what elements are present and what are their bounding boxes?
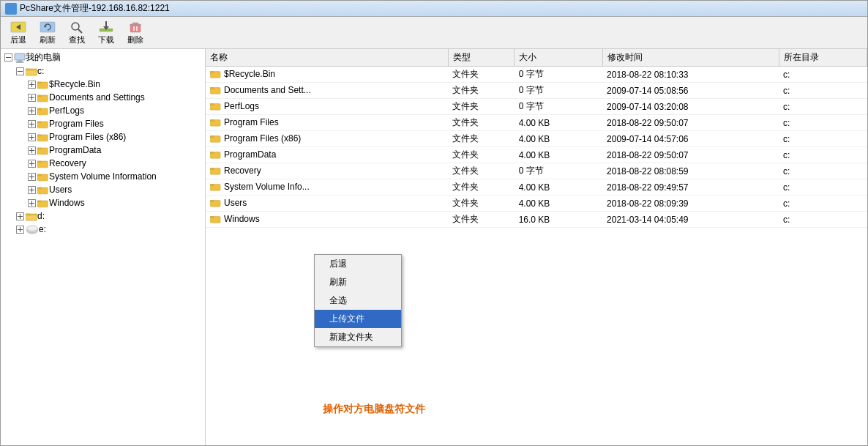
- file-name-cell: System Volume Info...: [206, 179, 448, 196]
- expand-icon-perflogs[interactable]: [26, 105, 37, 116]
- refresh-label: 刷新: [40, 34, 56, 45]
- title-bar: PcShare文件管理-192.168.16.82:1221: [1, 1, 867, 17]
- expand-icon-recovery[interactable]: [26, 157, 37, 169]
- tree-item-my-computer[interactable]: 我的电脑: [1, 51, 205, 64]
- expand-icon-users[interactable]: [26, 184, 37, 196]
- file-modified-cell: 2018-08-22 09:50:07: [602, 147, 779, 163]
- tree-item-c-drive[interactable]: c:: [1, 64, 205, 78]
- file-size-cell: 0 字节: [515, 67, 602, 83]
- tree-label-recovery: Recovery: [49, 158, 86, 168]
- search-button[interactable]: 查找: [64, 18, 90, 48]
- tree-item-windows[interactable]: Windows: [1, 196, 205, 209]
- tree-item-recycle[interactable]: $Recycle.Bin: [1, 78, 205, 91]
- tree-item-progfiles-x86[interactable]: Program Files (x86): [1, 130, 205, 144]
- file-dir-cell: c:: [779, 67, 867, 83]
- svg-rect-2: [40, 22, 55, 32]
- context-menu-item-select-all[interactable]: 全选: [315, 291, 401, 310]
- window-title: PcShare文件管理-192.168.16.82:1221: [20, 2, 170, 15]
- table-row[interactable]: Recovery 文件夹0 字节2018-08-22 08:08:59c:: [206, 163, 867, 179]
- tree-label-progfiles: Program Files: [49, 119, 104, 129]
- svg-point-4: [72, 23, 79, 30]
- table-row[interactable]: Program Files 文件夹4.00 KB2018-08-22 09:50…: [206, 115, 867, 131]
- file-size-cell: 16.0 KB: [515, 212, 602, 228]
- expand-icon-recycle[interactable]: [26, 78, 37, 90]
- col-header-dir[interactable]: 所在目录: [779, 49, 867, 67]
- file-modified-cell: 2009-07-14 04:57:06: [602, 131, 779, 147]
- tree-item-recovery[interactable]: Recovery: [1, 157, 205, 170]
- table-row[interactable]: $Recycle.Bin 文件夹0 字节2018-08-22 08:10:33c…: [206, 67, 867, 83]
- file-dir-cell: c:: [779, 212, 867, 228]
- col-header-type[interactable]: 类型: [448, 49, 514, 67]
- file-type-cell: 文件夹: [448, 179, 514, 196]
- svg-line-5: [78, 29, 82, 33]
- file-name-cell: $Recycle.Bin: [206, 67, 448, 83]
- tree-label-docs: Documents and Settings: [49, 92, 145, 103]
- context-menu-item-new-folder[interactable]: 新建文件夹: [315, 328, 401, 346]
- folder-icon-row: [210, 102, 222, 111]
- folder-icon-row: [210, 134, 222, 143]
- tree-panel: 我的电脑 c:: [1, 49, 206, 445]
- table-row[interactable]: Users 文件夹4.00 KB2018-08-22 08:09:39c:: [206, 196, 867, 212]
- expand-icon-progfiles[interactable]: [26, 118, 37, 130]
- table-row[interactable]: Documents and Sett... 文件夹0 字节2009-07-14 …: [206, 83, 867, 99]
- expand-icon-e[interactable]: [14, 223, 26, 235]
- folder-icon-windows: [37, 198, 49, 208]
- tree-item-progfiles[interactable]: Program Files: [1, 117, 205, 130]
- tree-item-d-drive[interactable]: d:: [1, 209, 205, 223]
- tree-item-system-volume[interactable]: System Volume Information: [1, 170, 205, 183]
- search-label: 查找: [69, 34, 85, 45]
- expand-icon-system-volume[interactable]: [26, 171, 37, 182]
- file-size-cell: 4.00 KB: [515, 179, 602, 196]
- file-dir-cell: c:: [779, 163, 867, 179]
- tree-item-docs-settings[interactable]: Documents and Settings: [1, 91, 205, 104]
- context-menu-item-upload[interactable]: 上传文件: [315, 310, 401, 328]
- tree-item-e-drive[interactable]: e:: [1, 223, 205, 236]
- file-size-cell: 0 字节: [515, 163, 602, 179]
- table-row[interactable]: System Volume Info... 文件夹4.00 KB2018-08-…: [206, 179, 867, 196]
- table-row[interactable]: Program Files (x86) 文件夹4.00 KB2009-07-14…: [206, 131, 867, 147]
- file-dir-cell: c:: [779, 99, 867, 115]
- back-button[interactable]: 后退: [5, 18, 31, 48]
- tree-label-users: Users: [49, 185, 72, 195]
- tree-label-system-volume: System Volume Information: [49, 171, 157, 182]
- expand-icon-d[interactable]: [14, 210, 26, 222]
- file-name-cell: Users: [206, 196, 448, 212]
- table-row[interactable]: Windows 文件夹16.0 KB2021-03-14 04:05:49c:: [206, 212, 867, 228]
- table-row[interactable]: ProgramData 文件夹4.00 KB2018-08-22 09:50:0…: [206, 147, 867, 163]
- delete-button[interactable]: 删除: [122, 18, 149, 48]
- download-button[interactable]: 下载: [93, 18, 119, 48]
- file-type-cell: 文件夹: [448, 163, 514, 179]
- table-row[interactable]: PerfLogs 文件夹0 字节2009-07-14 03:20:08c:: [206, 99, 867, 115]
- tree-label-windows: Windows: [49, 198, 85, 208]
- expand-icon-my-computer[interactable]: [2, 52, 14, 64]
- refresh-icon: [40, 20, 56, 34]
- svg-rect-18: [16, 62, 23, 63]
- folder-icon-docs: [37, 93, 49, 103]
- folder-icon-row: [210, 215, 222, 223]
- svg-rect-17: [18, 60, 22, 62]
- expand-icon-progfiles-x86[interactable]: [26, 131, 37, 143]
- back-icon: [10, 20, 26, 34]
- tree-item-users[interactable]: Users: [1, 183, 205, 196]
- expand-icon-c[interactable]: [14, 65, 26, 77]
- refresh-button[interactable]: 刷新: [34, 18, 61, 48]
- expand-icon-docs[interactable]: [26, 92, 37, 103]
- file-type-cell: 文件夹: [448, 99, 514, 115]
- col-header-size[interactable]: 大小: [515, 49, 602, 67]
- col-header-modified[interactable]: 修改时间: [602, 49, 779, 67]
- folder-icon-programdata: [37, 146, 49, 155]
- svg-rect-67: [26, 215, 37, 220]
- expand-icon-programdata[interactable]: [26, 144, 37, 156]
- folder-icon-perflogs: [37, 106, 49, 116]
- tree-item-perflogs[interactable]: PerfLogs: [1, 104, 205, 117]
- expand-icon-windows[interactable]: [26, 197, 37, 209]
- col-header-name[interactable]: 名称: [206, 49, 448, 67]
- context-menu-item-back[interactable]: 后退: [315, 255, 401, 273]
- file-dir-cell: c:: [779, 147, 867, 163]
- search-icon: [69, 20, 85, 34]
- file-name-cell: Program Files: [206, 115, 448, 131]
- tree-item-programdata[interactable]: ProgramData: [1, 144, 205, 157]
- folder-icon-users: [37, 185, 49, 195]
- file-table: 名称 类型 大小 修改时间 所在目录 $Recycle.Bin 文件夹0 字节2…: [206, 49, 867, 228]
- context-menu-item-refresh[interactable]: 刷新: [315, 273, 401, 291]
